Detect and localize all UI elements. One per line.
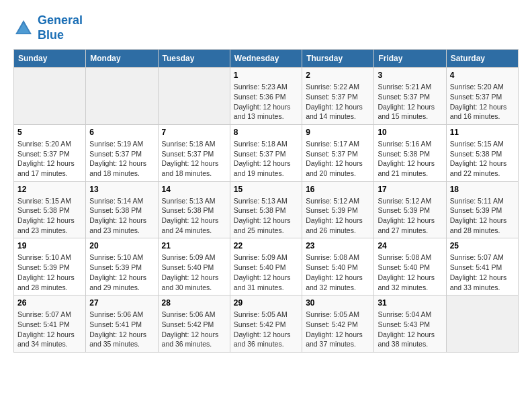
- day-info: Sunrise: 5:10 AM Sunset: 5:39 PM Dayligh…: [89, 253, 154, 292]
- day-info: Sunrise: 5:04 AM Sunset: 5:43 PM Dayligh…: [378, 310, 442, 349]
- day-info: Sunrise: 5:14 AM Sunset: 5:38 PM Dayligh…: [89, 196, 154, 236]
- weekday-header-row: SundayMondayTuesdayWednesdayThursdayFrid…: [14, 50, 519, 68]
- day-number: 27: [89, 298, 154, 308]
- day-number: 10: [378, 128, 442, 137]
- day-info: Sunrise: 5:18 AM Sunset: 5:37 PM Dayligh…: [234, 139, 298, 179]
- calendar-cell: 4Sunrise: 5:20 AM Sunset: 5:37 PM Daylig…: [446, 68, 518, 125]
- calendar-cell: 18Sunrise: 5:11 AM Sunset: 5:39 PM Dayli…: [446, 181, 518, 238]
- calendar-cell: [446, 295, 518, 353]
- day-number: 17: [378, 185, 442, 194]
- day-number: 15: [234, 185, 298, 194]
- calendar-cell: 30Sunrise: 5:05 AM Sunset: 5:42 PM Dayli…: [302, 295, 374, 353]
- calendar-cell: 19Sunrise: 5:10 AM Sunset: 5:39 PM Dayli…: [14, 238, 86, 295]
- day-info: Sunrise: 5:11 AM Sunset: 5:39 PM Dayligh…: [450, 196, 515, 236]
- day-number: 26: [17, 298, 82, 308]
- weekday-header: Monday: [86, 50, 158, 68]
- day-number: 9: [306, 128, 370, 137]
- day-info: Sunrise: 5:05 AM Sunset: 5:42 PM Dayligh…: [306, 310, 370, 349]
- day-number: 20: [89, 241, 154, 250]
- calendar-cell: 16Sunrise: 5:12 AM Sunset: 5:39 PM Dayli…: [302, 181, 374, 238]
- day-number: 30: [306, 298, 370, 308]
- weekday-header: Tuesday: [158, 50, 230, 68]
- day-info: Sunrise: 5:21 AM Sunset: 5:37 PM Dayligh…: [378, 82, 442, 122]
- calendar-cell: 12Sunrise: 5:15 AM Sunset: 5:38 PM Dayli…: [14, 181, 86, 238]
- day-number: 31: [378, 298, 442, 308]
- day-info: Sunrise: 5:07 AM Sunset: 5:41 PM Dayligh…: [17, 310, 82, 349]
- calendar-cell: 24Sunrise: 5:08 AM Sunset: 5:40 PM Dayli…: [374, 238, 446, 295]
- day-info: Sunrise: 5:13 AM Sunset: 5:38 PM Dayligh…: [234, 196, 298, 236]
- day-number: 19: [17, 241, 82, 250]
- weekday-header: Sunday: [14, 50, 86, 68]
- day-info: Sunrise: 5:09 AM Sunset: 5:40 PM Dayligh…: [162, 253, 226, 292]
- calendar-cell: 22Sunrise: 5:09 AM Sunset: 5:40 PM Dayli…: [230, 238, 302, 295]
- weekday-header: Friday: [374, 50, 446, 68]
- day-number: 24: [378, 241, 442, 250]
- calendar-cell: 1Sunrise: 5:23 AM Sunset: 5:36 PM Daylig…: [230, 68, 302, 125]
- calendar-cell: [14, 68, 86, 125]
- day-number: 23: [306, 241, 370, 250]
- calendar-cell: 20Sunrise: 5:10 AM Sunset: 5:39 PM Dayli…: [86, 238, 158, 295]
- day-info: Sunrise: 5:20 AM Sunset: 5:37 PM Dayligh…: [450, 82, 515, 122]
- day-number: 6: [89, 128, 154, 137]
- day-info: Sunrise: 5:19 AM Sunset: 5:37 PM Dayligh…: [89, 139, 154, 179]
- day-number: 18: [450, 185, 515, 194]
- calendar-cell: 21Sunrise: 5:09 AM Sunset: 5:40 PM Dayli…: [158, 238, 230, 295]
- calendar-cell: 28Sunrise: 5:06 AM Sunset: 5:42 PM Dayli…: [158, 295, 230, 353]
- day-number: 25: [450, 241, 515, 250]
- day-number: 16: [306, 185, 370, 194]
- calendar-cell: 7Sunrise: 5:18 AM Sunset: 5:37 PM Daylig…: [158, 124, 230, 181]
- day-info: Sunrise: 5:12 AM Sunset: 5:39 PM Dayligh…: [378, 196, 442, 236]
- day-number: 29: [234, 298, 298, 308]
- calendar-cell: 17Sunrise: 5:12 AM Sunset: 5:39 PM Dayli…: [374, 181, 446, 238]
- day-info: Sunrise: 5:17 AM Sunset: 5:37 PM Dayligh…: [306, 139, 370, 179]
- day-number: 8: [234, 128, 298, 137]
- calendar-cell: 14Sunrise: 5:13 AM Sunset: 5:38 PM Dayli…: [158, 181, 230, 238]
- calendar-cell: 15Sunrise: 5:13 AM Sunset: 5:38 PM Dayli…: [230, 181, 302, 238]
- day-number: 2: [306, 71, 370, 80]
- day-number: 22: [234, 241, 298, 250]
- calendar-week-row: 1Sunrise: 5:23 AM Sunset: 5:36 PM Daylig…: [14, 68, 519, 125]
- calendar-cell: 25Sunrise: 5:07 AM Sunset: 5:41 PM Dayli…: [446, 238, 518, 295]
- calendar-cell: 2Sunrise: 5:22 AM Sunset: 5:37 PM Daylig…: [302, 68, 374, 125]
- day-number: 11: [450, 128, 515, 137]
- calendar-cell: 13Sunrise: 5:14 AM Sunset: 5:38 PM Dayli…: [86, 181, 158, 238]
- calendar-cell: 23Sunrise: 5:08 AM Sunset: 5:40 PM Dayli…: [302, 238, 374, 295]
- logo-line1: General: [38, 13, 83, 28]
- calendar-cell: 9Sunrise: 5:17 AM Sunset: 5:37 PM Daylig…: [302, 124, 374, 181]
- weekday-header: Saturday: [446, 50, 518, 68]
- calendar-cell: 27Sunrise: 5:06 AM Sunset: 5:41 PM Dayli…: [86, 295, 158, 353]
- day-number: 21: [162, 241, 226, 250]
- weekday-header: Wednesday: [230, 50, 302, 68]
- page-header: General Blue: [13, 13, 519, 42]
- day-info: Sunrise: 5:10 AM Sunset: 5:39 PM Dayligh…: [17, 253, 82, 292]
- day-info: Sunrise: 5:08 AM Sunset: 5:40 PM Dayligh…: [306, 253, 370, 292]
- calendar-cell: [86, 68, 158, 125]
- logo-line2: Blue: [38, 28, 83, 43]
- calendar-cell: 5Sunrise: 5:20 AM Sunset: 5:37 PM Daylig…: [14, 124, 86, 181]
- calendar-cell: 26Sunrise: 5:07 AM Sunset: 5:41 PM Dayli…: [14, 295, 86, 353]
- day-info: Sunrise: 5:07 AM Sunset: 5:41 PM Dayligh…: [450, 253, 515, 292]
- calendar-week-row: 19Sunrise: 5:10 AM Sunset: 5:39 PM Dayli…: [14, 238, 519, 295]
- calendar-cell: 29Sunrise: 5:05 AM Sunset: 5:42 PM Dayli…: [230, 295, 302, 353]
- day-info: Sunrise: 5:15 AM Sunset: 5:38 PM Dayligh…: [17, 196, 82, 236]
- day-number: 1: [234, 71, 298, 80]
- calendar-table: SundayMondayTuesdayWednesdayThursdayFrid…: [13, 49, 519, 353]
- day-info: Sunrise: 5:13 AM Sunset: 5:38 PM Dayligh…: [162, 196, 226, 236]
- calendar-cell: [158, 68, 230, 125]
- calendar-cell: 10Sunrise: 5:16 AM Sunset: 5:38 PM Dayli…: [374, 124, 446, 181]
- day-number: 5: [17, 128, 82, 137]
- day-number: 7: [162, 128, 226, 137]
- calendar-cell: 31Sunrise: 5:04 AM Sunset: 5:43 PM Dayli…: [374, 295, 446, 353]
- calendar-cell: 11Sunrise: 5:15 AM Sunset: 5:38 PM Dayli…: [446, 124, 518, 181]
- day-info: Sunrise: 5:05 AM Sunset: 5:42 PM Dayligh…: [234, 310, 298, 349]
- day-info: Sunrise: 5:20 AM Sunset: 5:37 PM Dayligh…: [17, 139, 82, 179]
- day-info: Sunrise: 5:09 AM Sunset: 5:40 PM Dayligh…: [234, 253, 298, 292]
- day-number: 3: [378, 71, 442, 80]
- day-info: Sunrise: 5:12 AM Sunset: 5:39 PM Dayligh…: [306, 196, 370, 236]
- day-number: 13: [89, 185, 154, 194]
- day-info: Sunrise: 5:16 AM Sunset: 5:38 PM Dayligh…: [378, 139, 442, 179]
- day-info: Sunrise: 5:06 AM Sunset: 5:42 PM Dayligh…: [162, 310, 226, 349]
- logo-icon: [13, 18, 34, 38]
- day-info: Sunrise: 5:06 AM Sunset: 5:41 PM Dayligh…: [89, 310, 154, 349]
- weekday-header: Thursday: [302, 50, 374, 68]
